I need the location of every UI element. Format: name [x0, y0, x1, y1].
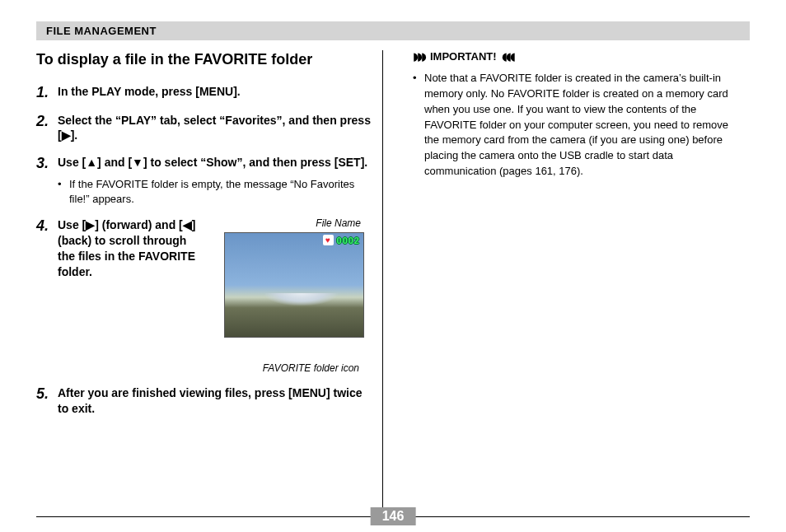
right-column: ◗◗◗ IMPORTANT! ◖◖◖ • Note that a FAVORIT… [383, 50, 729, 511]
step-1: 1. In the PLAY mode, press [MENU]. [36, 84, 372, 101]
step-text: Use [▶] (forward) and [◀] (back) to scro… [58, 217, 198, 374]
important-item: • Note that a FAVORITE folder is created… [413, 71, 729, 180]
step-number: 5. [36, 385, 58, 417]
step-text: After you are finished viewing files, pr… [58, 385, 372, 417]
step-sub-list: • If the FAVORITE folder is empty, the m… [58, 177, 372, 206]
important-label: IMPORTANT! [430, 50, 497, 63]
file-number-display: 0002 [337, 236, 360, 245]
step-number: 2. [36, 113, 58, 144]
step-sub-item: • If the FAVORITE folder is empty, the m… [58, 177, 372, 206]
figure-label-favorite-icon: FAVORITE folder icon [208, 362, 364, 374]
important-heading: ◗◗◗ IMPORTANT! ◖◖◖ [413, 50, 729, 63]
preview-image [225, 293, 363, 318]
step-4: 4. Use [▶] (forward) and [◀] (back) to s… [36, 217, 372, 374]
step-number: 3. [36, 155, 58, 206]
section-header: FILE MANAGEMENT [36, 21, 750, 40]
important-left-icon: ◗◗◗ [413, 50, 425, 63]
step-text: Select the “PLAY” tab, select “Favorites… [58, 113, 372, 144]
step-text: In the PLAY mode, press [MENU]. [58, 84, 372, 100]
steps-list: 1. In the PLAY mode, press [MENU]. 2. Se… [36, 84, 372, 418]
step-sub-text: If the FAVORITE folder is empty, the mes… [69, 177, 372, 206]
step-text: Use [▲] and [▼] to select “Show”, and th… [58, 155, 372, 170]
manual-page: FILE MANAGEMENT To display a file in the… [0, 0, 786, 532]
step-number: 1. [36, 84, 58, 101]
figure-label-filename: File Name [208, 217, 364, 229]
step-number: 4. [36, 217, 58, 374]
step-2: 2. Select the “PLAY” tab, select “Favori… [36, 113, 372, 144]
left-column: To display a file in the FAVORITE folder… [36, 50, 382, 511]
important-right-icon: ◖◖◖ [502, 50, 514, 63]
camera-screen-preview: ♥ 0002 [224, 232, 364, 338]
page-number: 146 [371, 507, 416, 525]
figure: File Name ♥ 0002 FAVORITE folder ico [208, 217, 364, 374]
page-footer: 146 [36, 516, 750, 517]
page-title: To display a file in the FAVORITE folder [36, 50, 372, 69]
step-3: 3. Use [▲] and [▼] to select “Show”, and… [36, 155, 372, 206]
screen-overlay: ♥ 0002 [323, 235, 360, 245]
bullet-icon: • [58, 177, 69, 206]
step-5: 5. After you are finished viewing files,… [36, 385, 372, 417]
footer-rule: 146 [36, 516, 750, 517]
important-list: • Note that a FAVORITE folder is created… [413, 71, 729, 180]
content-columns: To display a file in the FAVORITE folder… [36, 50, 750, 511]
bullet-icon: • [413, 71, 424, 180]
favorite-heart-icon: ♥ [323, 235, 334, 245]
important-text: Note that a FAVORITE folder is created i… [424, 71, 729, 180]
